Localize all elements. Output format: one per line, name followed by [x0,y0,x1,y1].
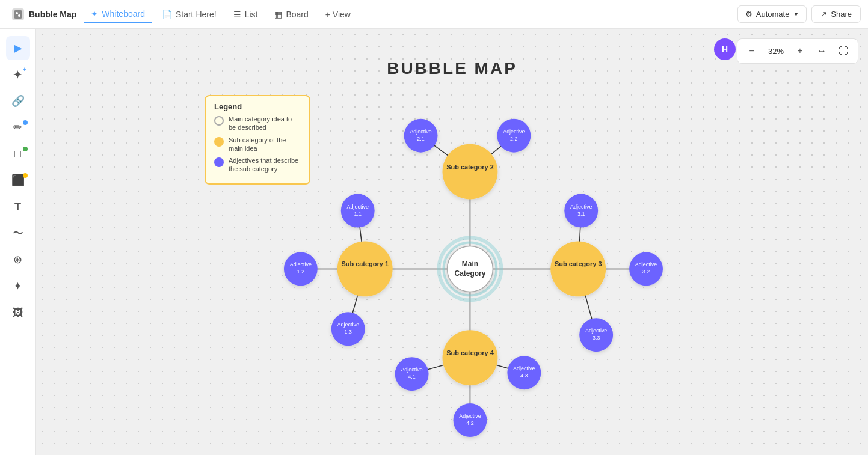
user-avatar[interactable]: H [714,38,736,60]
svg-text:3.1: 3.1 [577,211,585,217]
legend-sub-text: Sub category of the main idea [229,136,301,153]
svg-text:Adjective: Adjective [290,261,312,267]
legend-main-circle [214,116,224,126]
shape-icon: □ [14,148,21,160]
app-logo-button[interactable]: Bubble Map [7,6,81,23]
svg-text:Adjective: Adjective [585,328,607,334]
svg-text:1.1: 1.1 [354,211,361,217]
svg-point-27 [550,242,606,297]
zoom-out-button[interactable]: − [743,43,760,60]
tab-list[interactable]: ☰ List [226,6,265,23]
draw-tool[interactable]: 〜 [6,221,30,245]
app-logo-icon [12,8,24,20]
text-icon: T [14,201,21,213]
cursor-icon: ▶ [14,41,22,55]
svg-text:Adjective: Adjective [401,367,422,373]
svg-text:Sub category 2: Sub category 2 [446,163,494,171]
list-icon: ☰ [233,10,241,19]
board-icon: ▦ [274,10,282,19]
svg-text:Adjective: Adjective [337,322,359,328]
legend-sub-circle [214,137,224,147]
whiteboard-tab-label: Whiteboard [102,9,145,19]
view-button[interactable]: + View [318,6,358,23]
start-here-icon: 📄 [162,10,172,19]
svg-text:Adjective: Adjective [635,261,657,267]
svg-text:Adjective: Adjective [347,204,369,210]
svg-point-23 [337,242,393,297]
magic-icon: ✦ [13,279,22,293]
automate-button[interactable]: ⚙ Automate ▼ [737,5,807,23]
legend-item-main: Main category idea to be described [214,115,301,132]
tab-whiteboard[interactable]: ✦ Whiteboard [84,5,152,23]
image-icon: 🖼 [13,307,23,319]
sticky-tool[interactable]: ⬛ [6,168,30,192]
zoom-in-button[interactable]: + [792,43,808,60]
ai-icon: ✦ [13,67,23,82]
avatar-letter: H [722,44,728,54]
sticky-dot [23,173,28,178]
map-title: BUBBLE MAP [387,59,517,78]
svg-text:Adjective: Adjective [459,413,481,419]
list-tab-label: List [245,10,258,19]
pen-tool[interactable]: ✏ [6,115,30,139]
legend-adj-circle [214,157,224,167]
fit-icon: ↔ [817,46,826,56]
main-layout: ▶ ✦ + 🔗 ✏ □ ⬛ T 〜 ⊛ ✦ [0,29,868,455]
legend-title: Legend [214,102,301,111]
ai-tool[interactable]: ✦ + [6,63,30,87]
tab-board[interactable]: ▦ Board [267,6,315,23]
link-icon: 🔗 [11,94,25,108]
svg-point-1 [16,12,18,14]
svg-text:Sub category 4: Sub category 4 [446,349,494,356]
share-label: Share [831,10,852,19]
pen-icon: ✏ [13,121,22,134]
share-button[interactable]: ↗ Share [811,5,861,23]
svg-text:Adjective: Adjective [410,129,431,135]
cursor-tool[interactable]: ▶ [6,36,30,60]
automate-chevron-icon: ▼ [793,11,799,17]
svg-point-29 [443,330,498,385]
bubble-map-svg: Main Category Sub category 1 Sub categor… [36,29,868,455]
svg-text:Category: Category [455,269,486,278]
magic-tool[interactable]: ✦ [6,274,30,298]
image-tool[interactable]: 🖼 [6,301,30,325]
shape-tool[interactable]: □ [6,142,30,166]
svg-point-2 [18,14,20,17]
canvas-area[interactable]: H ℹ − 32% + ↔ ⛶ BUBBLE MAP Legend [36,29,868,455]
mindmap-tool[interactable]: ⊛ [6,248,30,272]
legend-item-adj: Adjectives that describe the sub categor… [214,156,301,174]
zoom-fullscreen-button[interactable]: ⛶ [835,43,852,60]
svg-text:Main: Main [462,260,478,268]
legend-main-text: Main category idea to be described [229,115,301,132]
zoom-controls: − 32% + ↔ ⛶ [737,38,858,64]
svg-rect-0 [14,10,22,19]
svg-text:2.1: 2.1 [417,136,424,142]
tab-start-here[interactable]: 📄 Start Here! [155,6,224,23]
legend-item-sub: Sub category of the main idea [214,136,301,153]
board-tab-label: Board [286,10,308,19]
svg-text:2.2: 2.2 [510,136,517,142]
svg-text:3.3: 3.3 [593,335,600,341]
legend-adj-text: Adjectives that describe the sub categor… [229,156,301,174]
zoom-fit-button[interactable]: ↔ [813,43,830,60]
svg-text:Sub category 1: Sub category 1 [341,260,389,267]
svg-text:Adjective: Adjective [503,129,525,135]
pen-dot [23,120,28,125]
start-here-tab-label: Start Here! [176,10,217,19]
plus-icon: + [797,46,802,56]
fullscreen-icon: ⛶ [839,46,848,56]
link-tool[interactable]: 🔗 [6,89,30,113]
nav-right-actions: ⚙ Automate ▼ ↗ Share [737,5,861,23]
left-sidebar: ▶ ✦ + 🔗 ✏ □ ⬛ T 〜 ⊛ ✦ [0,29,36,455]
share-icon: ↗ [820,10,827,19]
svg-text:Sub category 3: Sub category 3 [555,260,602,267]
svg-text:4.2: 4.2 [466,420,473,426]
svg-text:Adjective: Adjective [570,204,592,210]
top-navigation: Bubble Map ✦ Whiteboard 📄 Start Here! ☰ … [0,0,868,29]
svg-text:1.2: 1.2 [297,269,304,275]
legend: Legend Main category idea to be describe… [205,95,310,185]
text-tool[interactable]: T [6,195,30,219]
view-label: + View [325,10,351,19]
svg-text:Adjective: Adjective [513,365,535,371]
minus-icon: − [749,46,754,56]
